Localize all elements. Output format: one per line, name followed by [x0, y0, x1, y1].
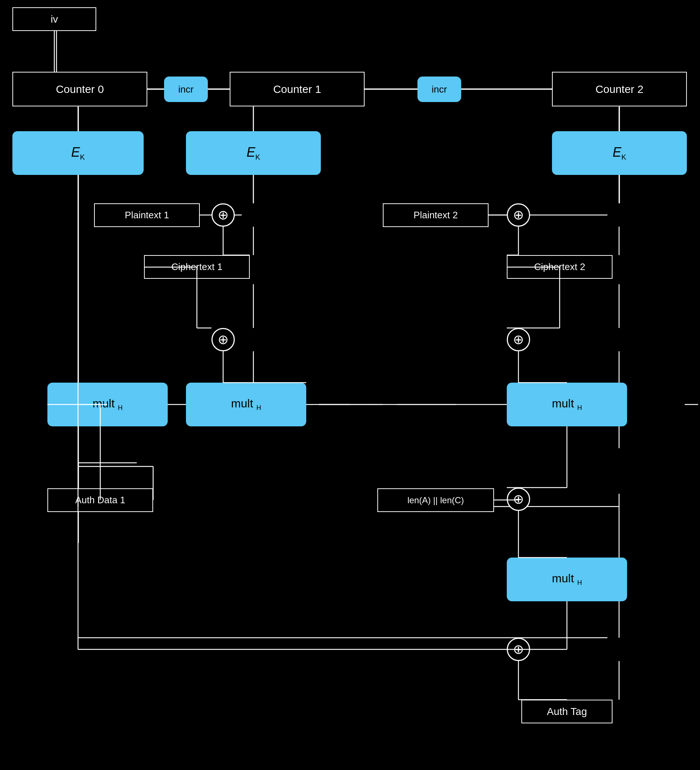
ek0-box: EK — [12, 131, 144, 175]
authtag-label: Auth Tag — [547, 706, 587, 718]
authdata1-box: Auth Data 1 — [47, 488, 153, 512]
xor3: ⊕ — [211, 328, 235, 351]
plaintext1-box: Plaintext 1 — [94, 203, 200, 227]
xor2: ⊕ — [507, 203, 530, 226]
ek1-label: EK — [246, 145, 260, 162]
ciphertext1-label: Ciphertext 1 — [171, 261, 222, 273]
len-box: len(A) || len(C) — [378, 488, 494, 512]
multH1-box: mult H — [47, 383, 168, 426]
multH2-label: mult H — [231, 397, 261, 412]
counter1-label: Counter 1 — [273, 83, 321, 95]
authtag-box: Auth Tag — [521, 700, 612, 723]
incr2-box: incr — [418, 76, 461, 102]
ciphertext2-label: Ciphertext 2 — [534, 261, 585, 273]
ek2-label: EK — [612, 145, 626, 162]
plaintext2-label: Plaintext 2 — [413, 210, 457, 221]
multH4-box: mult H — [507, 558, 627, 601]
ek1-box: EK — [186, 131, 321, 175]
plaintext2-box: Plaintext 2 — [383, 203, 489, 227]
ek2-box: EK — [552, 131, 687, 175]
multH3-label: mult H — [552, 397, 582, 412]
counter0-label: Counter 0 — [56, 83, 104, 95]
ciphertext2-box: Ciphertext 2 — [507, 255, 612, 279]
iv-box: iv — [12, 7, 96, 31]
counter1-box: Counter 1 — [230, 72, 365, 107]
ciphertext1-box: Ciphertext 1 — [144, 255, 250, 279]
ek0-label: EK — [71, 145, 84, 162]
xor6: ⊕ — [507, 638, 530, 661]
xor1: ⊕ — [211, 203, 235, 226]
multH1-label: mult H — [92, 397, 123, 412]
counter2-box: Counter 2 — [552, 72, 687, 107]
counter0-box: Counter 0 — [12, 72, 147, 107]
xor4: ⊕ — [507, 328, 530, 351]
len-label: len(A) || len(C) — [407, 495, 464, 505]
multH2-box: mult H — [186, 383, 306, 426]
plaintext1-label: Plaintext 1 — [125, 210, 169, 221]
authdata1-label: Auth Data 1 — [75, 495, 125, 506]
incr2-label: incr — [432, 84, 447, 95]
incr1-box: incr — [164, 76, 208, 102]
counter2-label: Counter 2 — [595, 83, 643, 95]
incr1-label: incr — [178, 84, 194, 95]
iv-label: iv — [51, 13, 58, 25]
multH3-box: mult H — [507, 383, 627, 426]
multH4-label: mult H — [552, 572, 582, 587]
xor5: ⊕ — [507, 488, 530, 511]
